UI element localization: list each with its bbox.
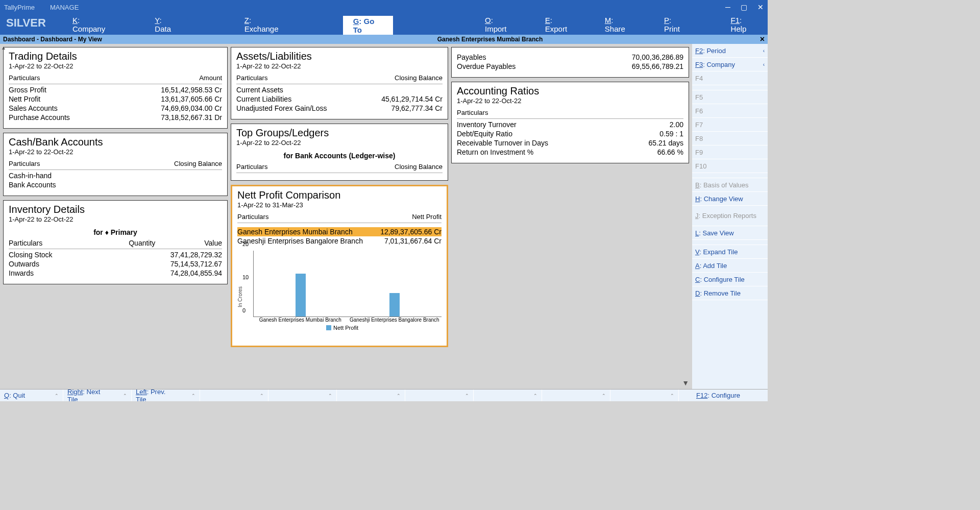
- tile-nett-profit-comparison[interactable]: Nett Profit Comparison 1-Apr-22 to 31-Ma…: [231, 185, 448, 347]
- chevron-up-icon: ⌃: [586, 393, 606, 398]
- tile-cash-bank[interactable]: Cash/Bank Accounts 1-Apr-22 to 22-Oct-22…: [3, 133, 228, 196]
- sidebar-f6: F6: [692, 104, 768, 118]
- menu-print[interactable]: P: Print: [654, 14, 697, 35]
- chevron-left-icon: ‹: [763, 62, 765, 67]
- bottom-next-tile[interactable]: Right: Next Tile⌃: [63, 390, 132, 401]
- tile-date: 1-Apr-22 to 31-Mar-23: [237, 201, 442, 209]
- menu-company[interactable]: K: Company: [62, 14, 121, 35]
- legend-swatch-icon: [326, 325, 331, 330]
- sidebar-period[interactable]: F2: Period‹: [692, 44, 768, 58]
- menu-goto[interactable]: G: Go To: [343, 14, 393, 35]
- breadcrumb-close-icon[interactable]: ×: [760, 35, 765, 44]
- tile-title: Assets/Liabilities: [236, 51, 443, 62]
- sidebar-expand-tile[interactable]: V: Expand Tile: [692, 245, 768, 259]
- sidebar-remove-tile[interactable]: D: Remove Tile: [692, 286, 768, 300]
- right-sidebar: F2: Period‹ F3: Company‹ F4 F5 F6 F7 F8 …: [692, 44, 768, 389]
- tile-inventory-details[interactable]: Inventory Details 1-Apr-22 to 22-Oct-22 …: [3, 200, 228, 284]
- chart-xlabel: Ganesh Enterprises Mumbai Branch: [253, 317, 348, 323]
- chart-ylabel: In Crores: [237, 251, 243, 343]
- sidebar-f7: F7: [692, 118, 768, 132]
- sidebar-basis-of-values: B: Basis of Values: [692, 178, 768, 192]
- chevron-up-icon: ⌃: [176, 393, 195, 398]
- bottom-seg-9[interactable]: ⌃: [542, 390, 610, 401]
- sidebar-exception-reports: J: Exception Reports: [692, 206, 768, 226]
- sidebar-change-view[interactable]: H: Change View: [692, 192, 768, 206]
- menu-exchange[interactable]: Z: Exchange: [234, 14, 295, 35]
- tile-date: 1-Apr-22 to 22-Oct-22: [9, 215, 222, 223]
- chevron-up-icon: ⌃: [450, 393, 469, 398]
- chart-bar: [389, 293, 400, 317]
- bottom-seg-7[interactable]: ⌃: [405, 390, 474, 401]
- chevron-up-icon: ⌃: [381, 393, 401, 398]
- chevron-up-icon: ⌃: [313, 393, 332, 398]
- bottom-quit[interactable]: Q: Quit⌃: [0, 390, 63, 401]
- dashboard-area: ▲ ▼ Trading Details 1-Apr-22 to 22-Oct-2…: [0, 44, 692, 389]
- menu-share[interactable]: M: Share: [595, 14, 644, 35]
- bottom-prev-tile[interactable]: Left: Prev. Tile⌃: [132, 390, 200, 401]
- tile-top-groups-ledgers[interactable]: Top Groups/Ledgers 1-Apr-22 to 22-Oct-22…: [231, 124, 448, 181]
- sidebar-company[interactable]: F3: Company‹: [692, 58, 768, 71]
- bottom-seg-6[interactable]: ⌃: [337, 390, 405, 401]
- manage-label[interactable]: MANAGE: [50, 4, 79, 11]
- scroll-down-icon[interactable]: ▼: [682, 379, 689, 387]
- tile-title: Trading Details: [9, 51, 222, 62]
- close-icon[interactable]: ✕: [757, 3, 764, 11]
- selected-row: Ganesh Enterprises Mumbai Branch12,89,37…: [237, 227, 442, 236]
- chart-nett-profit: In Crores 01020 Ganesh Enterprises Mumba…: [237, 251, 442, 343]
- sidebar-add-tile[interactable]: A: Add Tile: [692, 259, 768, 273]
- tile-accounting-ratios[interactable]: Accounting Ratios 1-Apr-22 to 22-Oct-22 …: [451, 82, 689, 163]
- breadcrumb-company: Ganesh Enterprises Mumbai Branch: [437, 36, 543, 43]
- sidebar-f10: F10: [692, 159, 768, 173]
- chevron-up-icon: ⌃: [108, 393, 127, 398]
- sidebar-f4: F4: [692, 71, 768, 85]
- bottom-seg-10[interactable]: ⌃: [610, 390, 679, 401]
- tile-title: Top Groups/Ledgers: [236, 127, 443, 139]
- sidebar-f8: F8: [692, 132, 768, 145]
- menu-data[interactable]: Y: Data: [144, 14, 188, 35]
- tile-date: 1-Apr-22 to 22-Oct-22: [236, 62, 443, 70]
- tile-trading-details[interactable]: Trading Details 1-Apr-22 to 22-Oct-22 Pa…: [3, 47, 228, 129]
- tile-date: 1-Apr-22 to 22-Oct-22: [9, 62, 222, 70]
- tile-title: Accounting Ratios: [457, 85, 683, 97]
- sidebar-f9: F9: [692, 145, 768, 159]
- menu-help[interactable]: F1: Help: [721, 14, 768, 35]
- chevron-left-icon: ‹: [763, 48, 765, 54]
- tile-date: 1-Apr-22 to 22-Oct-22: [236, 139, 443, 147]
- sidebar-configure-tile[interactable]: C: Configure Tile: [692, 273, 768, 286]
- maximize-icon[interactable]: ▢: [741, 3, 747, 11]
- tile-date: 1-Apr-22 to 22-Oct-22: [9, 148, 222, 156]
- chevron-up-icon: ⌃: [655, 393, 674, 398]
- chevron-up-icon: ⌃: [244, 393, 264, 398]
- tile-title: Nett Profit Comparison: [237, 189, 442, 201]
- bottom-seg-4[interactable]: ⌃: [200, 390, 268, 401]
- tile-subhead: for ♦ Primary: [9, 226, 222, 238]
- menu-import[interactable]: O: Import: [475, 14, 525, 35]
- chart-bar: [296, 274, 306, 317]
- menu-export[interactable]: E: Export: [535, 14, 584, 35]
- edition-label: SILVER: [0, 16, 62, 33]
- main-menubar: SILVER K: Company Y: Data Z: Exchange G:…: [0, 14, 768, 35]
- bottom-configure[interactable]: F12: Configure: [692, 390, 768, 401]
- tile-title: Inventory Details: [9, 204, 222, 215]
- chart-legend: Nett Profit: [243, 325, 442, 331]
- breadcrumb-bar: Dashboard - Dashboard - My View Ganesh E…: [0, 35, 768, 44]
- bottom-seg-5[interactable]: ⌃: [268, 390, 337, 401]
- chevron-up-icon: ⌃: [518, 393, 537, 398]
- tile-subhead: for Bank Accounts (Ledger-wise): [236, 150, 443, 162]
- sidebar-f5: F5: [692, 90, 768, 104]
- chart-xlabel: Ganeshji Enterprises Bangalore Branch: [348, 317, 442, 323]
- scroll-up-icon[interactable]: ▲: [1, 45, 6, 51]
- tile-title: Cash/Bank Accounts: [9, 136, 222, 148]
- breadcrumb: Dashboard - Dashboard - My View: [3, 36, 102, 43]
- app-name: TallyPrime: [4, 4, 35, 11]
- minimize-icon[interactable]: ─: [725, 3, 730, 11]
- sidebar-save-view[interactable]: L: Save View: [692, 226, 768, 240]
- tile-assets-liabilities[interactable]: Assets/Liabilities 1-Apr-22 to 22-Oct-22…: [231, 47, 448, 119]
- window-titlebar: TallyPrime MANAGE ─ ▢ ✕: [0, 0, 768, 14]
- bottom-bar: Q: Quit⌃ Right: Next Tile⌃ Left: Prev. T…: [0, 389, 768, 401]
- bottom-seg-8[interactable]: ⌃: [474, 390, 542, 401]
- tile-payables[interactable]: Payables70,00,36,286.89 Overdue Payables…: [451, 47, 689, 78]
- chevron-up-icon: ⌃: [39, 393, 59, 398]
- tile-date: 1-Apr-22 to 22-Oct-22: [457, 97, 683, 105]
